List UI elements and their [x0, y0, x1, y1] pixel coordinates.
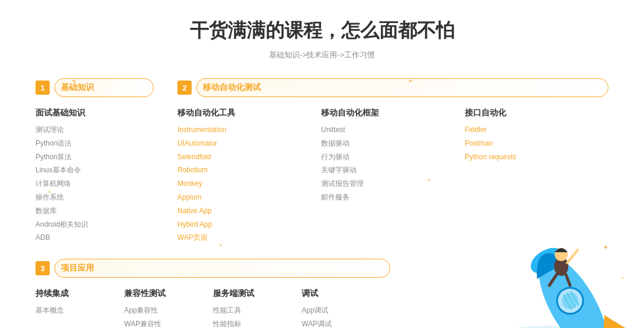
section-2-number: 2	[177, 81, 192, 95]
section-3: 3 项目应用 持续集成 基本概念 兼容性测试 App兼容性 WAP兼容性 WEB…	[35, 259, 390, 328]
svg-line-8	[571, 291, 579, 305]
item-instrumentation[interactable]: Instrumentation	[177, 123, 315, 137]
section-1: 1 基础知识 面试基础知识 测试理论 Python语法 Python算法 Lin…	[35, 78, 154, 245]
sections-row-1-2: 1 基础知识 面试基础知识 测试理论 Python语法 Python算法 Lin…	[35, 78, 609, 245]
item-data-driven[interactable]: 数据驱动	[321, 137, 459, 150]
section-2-header: 2 移动自动化测试	[177, 78, 609, 97]
section-3-bar: 项目应用	[54, 259, 390, 278]
item-testing-theory[interactable]: 测试理论	[35, 123, 148, 137]
section-3-label: 项目应用	[61, 263, 94, 274]
item-monkey[interactable]: Monkey	[177, 177, 315, 191]
svg-text:✦: ✦	[591, 306, 594, 310]
item-report-mgmt[interactable]: 测试报告管理	[321, 177, 459, 191]
section-1-bar: 基础知识	[54, 78, 154, 97]
item-native-app[interactable]: Native App	[177, 204, 315, 218]
item-perf-index[interactable]: 性能指标	[213, 317, 296, 328]
section-3-content: 持续集成 基本概念 兼容性测试 App兼容性 WAP兼容性 WEB兼容性 服务端…	[35, 288, 390, 328]
group-compatibility-title: 兼容性测试	[124, 288, 207, 299]
deco-star-3: ✦	[219, 243, 223, 248]
svg-point-12	[554, 257, 568, 276]
item-email-service[interactable]: 邮件服务	[321, 191, 459, 204]
deco-star-4: ✦	[407, 77, 413, 85]
item-wap-debug[interactable]: WAP调试	[302, 317, 384, 328]
item-db[interactable]: 数据库	[35, 204, 148, 218]
item-appium[interactable]: Appium	[177, 191, 315, 204]
item-app-debug[interactable]: App调试	[302, 304, 384, 317]
svg-line-7	[567, 292, 575, 307]
item-wap-page[interactable]: WAP页面	[177, 231, 315, 245]
item-android[interactable]: Android相关知识	[35, 218, 148, 231]
group-interface-auto-title: 接口自动化	[465, 108, 603, 118]
svg-point-2	[526, 246, 621, 328]
item-behavior-driven[interactable]: 行为驱动	[321, 150, 459, 164]
item-app-compat[interactable]: App兼容性	[124, 304, 207, 317]
group-compatibility: 兼容性测试 App兼容性 WAP兼容性 WEB兼容性	[124, 288, 213, 328]
section-1-header: 1 基础知识	[35, 78, 154, 97]
item-python-requests[interactable]: Python requests	[465, 150, 603, 164]
svg-point-5	[559, 289, 581, 311]
item-wap-compat[interactable]: WAP兼容性	[124, 317, 207, 328]
deco-star-1: ✦	[71, 77, 77, 85]
page-wrapper: ✦ ✦ ✦ ✦ ✦ 干货满满的课程，怎么面都不怕 基础知识->技术应用->工作习…	[0, 0, 644, 328]
section-2: 2 移动自动化测试 移动自动化工具 Instrumentation UIAuto…	[177, 78, 609, 245]
group-debug-title: 调试	[302, 288, 384, 299]
item-os[interactable]: 操作系统	[35, 191, 148, 204]
item-perf-tools[interactable]: 性能工具	[213, 304, 296, 317]
svg-text:✦: ✦	[620, 275, 624, 281]
group-debug: 调试 App调试 WAP调试 WEB调试	[302, 288, 390, 328]
group-mobile-framework-title: 移动自动化框架	[321, 108, 459, 118]
svg-point-3	[526, 242, 568, 278]
item-hybird-app[interactable]: Hybird App	[177, 218, 315, 231]
section-2-bar: 移动自动化测试	[196, 78, 609, 97]
group-basics-title: 面试基础知识	[35, 108, 148, 118]
group-interface-auto: 接口自动化 Fiddler Postman Python requests	[465, 108, 609, 245]
group-mobile-tools-title: 移动自动化工具	[177, 108, 315, 118]
section-2-label: 移动自动化测试	[203, 82, 261, 93]
group-mobile-tools: 移动自动化工具 Instrumentation UIAutomator Sele…	[177, 108, 321, 245]
section-1-label: 基础知识	[61, 82, 94, 93]
item-fiddler[interactable]: Fiddler	[465, 123, 603, 137]
group-basics: 面试基础知识 测试理论 Python语法 Python算法 Linux基本命令 …	[35, 108, 154, 245]
svg-point-0	[490, 326, 609, 328]
section-3-number: 3	[35, 261, 50, 275]
deco-star-5: ✦	[427, 178, 431, 183]
section-1-number: 1	[35, 81, 50, 95]
item-selendfoid[interactable]: Selendfoid	[177, 150, 315, 164]
page-title: 干货满满的课程，怎么面都不怕	[35, 18, 609, 44]
section-1-content: 面试基础知识 测试理论 Python语法 Python算法 Linux基本命令 …	[35, 108, 154, 245]
svg-point-13	[555, 248, 568, 261]
item-robotium[interactable]: Robotium	[177, 163, 315, 177]
svg-point-4	[552, 282, 588, 318]
group-ci-title: 持续集成	[35, 288, 118, 299]
item-network[interactable]: 计算机网络	[35, 177, 148, 191]
item-python-algo[interactable]: Python算法	[35, 150, 148, 164]
section-2-content: 移动自动化工具 Instrumentation UIAutomator Sele…	[177, 108, 609, 245]
svg-line-6	[564, 295, 572, 309]
deco-star-2: ✦	[47, 189, 51, 195]
group-server-test-title: 服务端测试	[213, 288, 296, 299]
group-server-test: 服务端测试 性能工具 性能指标 测试方法	[213, 288, 302, 328]
section-3-header: 3 项目应用	[35, 259, 390, 278]
item-linux[interactable]: Linux基本命令	[35, 163, 148, 177]
item-python-syntax[interactable]: Python语法	[35, 137, 148, 150]
item-unittest[interactable]: Unittest	[321, 123, 459, 137]
item-adb[interactable]: ADB	[35, 231, 148, 245]
item-postman[interactable]: Postman	[465, 137, 603, 150]
item-uiautomator[interactable]: UIAutomator	[177, 137, 315, 150]
item-keyword-driven[interactable]: 关键字驱动	[321, 163, 459, 177]
group-mobile-framework: 移动自动化框架 Unittest 数据驱动 行为驱动 关键字驱动 测试报告管理 …	[321, 108, 465, 245]
page-subtitle: 基础知识->技术应用->工作习惯	[35, 50, 609, 60]
group-ci: 持续集成 基本概念	[35, 288, 124, 328]
item-basic-concept[interactable]: 基本概念	[35, 304, 118, 317]
